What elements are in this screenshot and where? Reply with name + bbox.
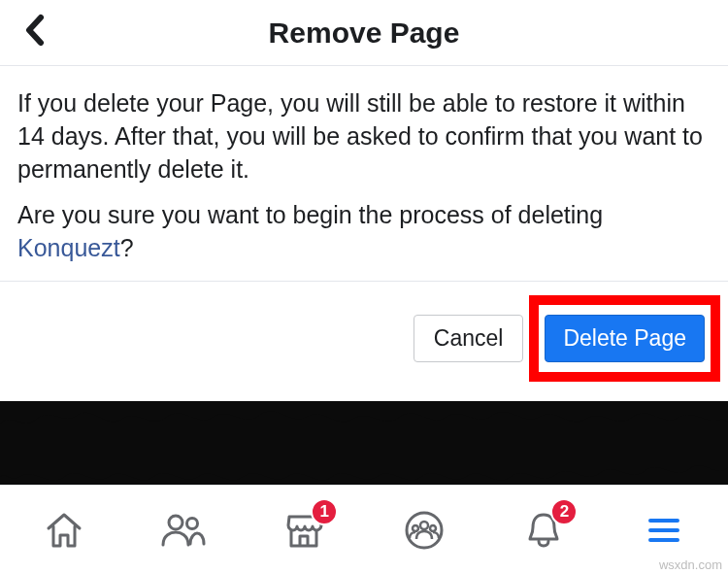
info-paragraph: If you delete your Page, you will still …: [17, 87, 711, 186]
delete-page-button[interactable]: Delete Page: [545, 315, 705, 362]
nav-menu[interactable]: [638, 504, 690, 557]
page-header: Remove Page: [0, 0, 728, 65]
cancel-button[interactable]: Cancel: [414, 315, 524, 362]
nav-marketplace[interactable]: 1: [278, 504, 330, 557]
watermark: wsxdn.com: [659, 557, 722, 572]
groups-icon: [403, 509, 446, 552]
notifications-badge: 2: [550, 498, 578, 525]
back-icon[interactable]: [23, 14, 47, 51]
home-icon: [43, 509, 85, 552]
nav-notifications[interactable]: 2: [517, 504, 570, 557]
svg-point-0: [169, 516, 182, 529]
svg-point-5: [430, 525, 436, 531]
nav-home[interactable]: [38, 504, 90, 557]
confirm-paragraph: Are you sure you want to begin the proce…: [17, 199, 711, 265]
svg-point-3: [420, 522, 428, 529]
friends-icon: [160, 509, 207, 552]
svg-point-4: [413, 525, 418, 531]
action-bar: Cancel Delete Page: [0, 281, 728, 401]
confirm-suffix: ?: [120, 234, 134, 261]
nav-groups[interactable]: [398, 504, 450, 557]
svg-point-1: [187, 518, 198, 528]
page-title: Remove Page: [269, 17, 460, 50]
torn-edge-decoration: [0, 401, 728, 489]
content-area: If you delete your Page, you will still …: [0, 65, 728, 281]
nav-friends[interactable]: [157, 504, 210, 557]
bottom-tab-bar: 1 2: [0, 485, 728, 574]
menu-icon: [645, 511, 683, 550]
page-name-link[interactable]: Konquezt: [17, 234, 120, 261]
marketplace-badge: 1: [311, 498, 338, 525]
highlight-annotation: Delete Page: [529, 295, 720, 382]
confirm-prefix: Are you sure you want to begin the proce…: [17, 201, 603, 228]
